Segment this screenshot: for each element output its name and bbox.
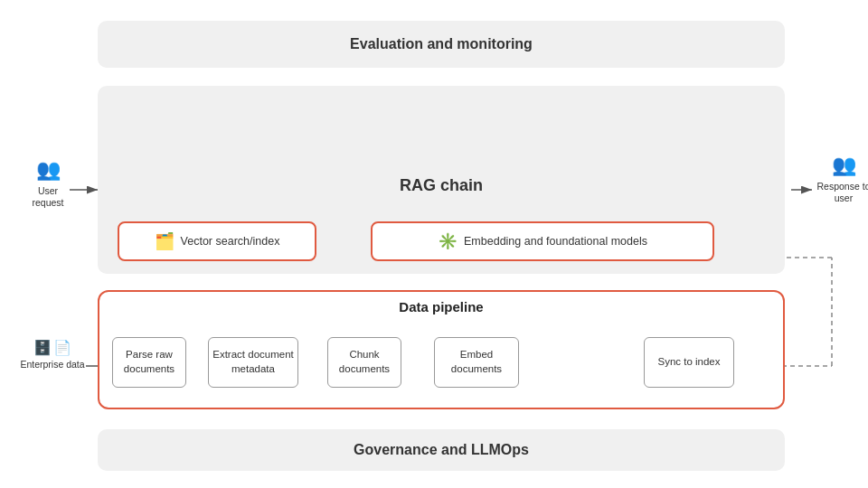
step-parse: Parse raw documents — [112, 337, 186, 388]
step-embed: Embed documents — [434, 337, 519, 388]
embedding-label: Embedding and foundational models — [464, 235, 647, 248]
diagram-container: Evaluation and monitoring RAG chain 🗂️ V… — [18, 14, 850, 474]
layers-icon: 🗂️ — [155, 231, 175, 251]
response-area: 👥 Response to user — [812, 154, 868, 203]
governance-banner: Governance and LLMOps — [98, 429, 785, 471]
step-chunk: Chunk documents — [327, 337, 401, 388]
step-sync: Sync to index — [644, 337, 734, 388]
step-extract: Extract document metadata — [208, 337, 298, 388]
enterprise-icon-2: 📄 — [53, 339, 71, 356]
vector-search-label: Vector search/index — [181, 235, 280, 248]
user-request-area: 👥 User request — [22, 158, 74, 208]
rag-title: RAG chain — [400, 176, 483, 194]
enterprise-data-area: 🗄️ 📄 Enterprise data — [20, 339, 85, 371]
enterprise-data-label: Enterprise data — [20, 359, 84, 371]
evaluation-banner: Evaluation and monitoring — [98, 21, 785, 68]
sparkle-icon: ✳️ — [438, 231, 458, 251]
response-icon: 👥 — [832, 154, 856, 177]
user-request-label: User request — [22, 185, 74, 208]
user-request-icon: 👥 — [36, 158, 61, 182]
data-pipeline-title: Data pipeline — [98, 299, 785, 314]
response-label: Response to user — [812, 181, 868, 203]
enterprise-icon-1: 🗄️ — [33, 339, 52, 356]
vector-search-box: 🗂️ Vector search/index — [118, 221, 316, 261]
embedding-box: ✳️ Embedding and foundational models — [371, 221, 714, 261]
